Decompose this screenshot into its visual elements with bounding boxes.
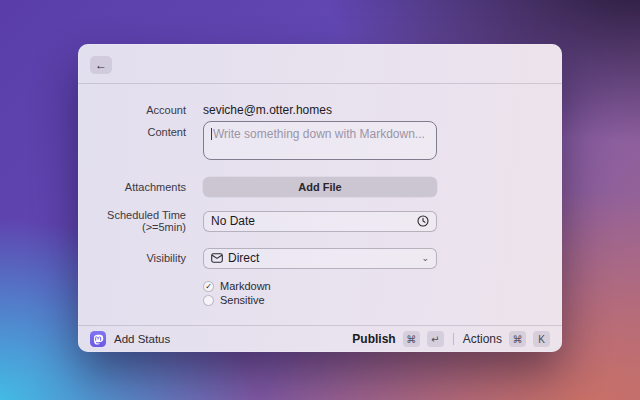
- account-label: Account: [78, 104, 195, 116]
- account-value: seviche@m.otter.homes: [203, 103, 437, 117]
- content-textarea[interactable]: Write something down with Markdown...: [203, 121, 437, 160]
- sensitive-checkbox[interactable]: [203, 295, 214, 306]
- account-row: Account seviche@m.otter.homes: [78, 100, 562, 120]
- actions-button[interactable]: Actions: [463, 332, 502, 346]
- footer-divider: [453, 333, 454, 345]
- visibility-label: Visibility: [78, 252, 195, 264]
- desktop-background: ← Account seviche@m.otter.homes Content …: [0, 0, 640, 400]
- visibility-row: Visibility Direct ⌄: [78, 247, 562, 269]
- app-status-label: Add Status: [114, 333, 170, 345]
- command-key-icon: ⌘: [403, 331, 420, 347]
- back-arrow-icon: ←: [95, 58, 107, 72]
- text-caret: [211, 128, 212, 140]
- publish-button[interactable]: Publish: [352, 332, 395, 346]
- scheduled-time-label: Scheduled Time (>=5min): [78, 209, 195, 233]
- chevron-down-icon: ⌄: [421, 254, 429, 263]
- scheduled-time-field[interactable]: No Date: [203, 211, 437, 232]
- markdown-checkbox-label: Markdown: [220, 280, 271, 292]
- visibility-select[interactable]: Direct ⌄: [203, 248, 437, 269]
- clock-icon[interactable]: [417, 215, 429, 227]
- return-key-icon: ↵: [427, 331, 444, 347]
- k-key-icon: K: [533, 331, 550, 347]
- content-placeholder: Write something down with Markdown...: [213, 127, 425, 141]
- mastodon-app-icon: [90, 331, 106, 347]
- markdown-checkbox-row[interactable]: ✓ Markdown: [203, 280, 271, 292]
- back-button[interactable]: ←: [90, 56, 112, 74]
- compose-window: ← Account seviche@m.otter.homes Content …: [78, 44, 562, 352]
- scheduled-time-value: No Date: [211, 214, 255, 228]
- visibility-value: Direct: [228, 251, 259, 265]
- sensitive-checkbox-row[interactable]: Sensitive: [203, 294, 265, 306]
- titlebar: ←: [78, 44, 562, 84]
- scheduled-time-row: Scheduled Time (>=5min) No Date: [78, 210, 562, 232]
- envelope-icon: [211, 253, 223, 263]
- attachments-label: Attachments: [78, 181, 195, 193]
- add-file-button[interactable]: Add File: [203, 177, 437, 197]
- content-row: Content Write something down with Markdo…: [78, 121, 562, 160]
- content-label: Content: [78, 121, 195, 138]
- footer-bar: Add Status Publish ⌘ ↵ Actions ⌘ K: [78, 325, 562, 352]
- command-key-icon: ⌘: [509, 331, 526, 347]
- attachments-row: Attachments Add File: [78, 177, 562, 197]
- sensitive-checkbox-label: Sensitive: [220, 294, 265, 306]
- markdown-checkbox[interactable]: ✓: [203, 281, 214, 292]
